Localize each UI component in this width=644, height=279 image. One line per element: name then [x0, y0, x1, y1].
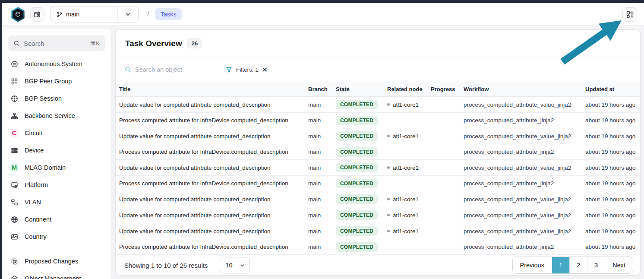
task-title: Process computed attribute for InfraDevi… — [116, 144, 305, 160]
table-row[interactable]: Update value for computed attribute comp… — [116, 191, 640, 207]
pagination-2[interactable]: 2 — [569, 257, 587, 273]
sidebar-item-label: Continent — [25, 216, 51, 223]
card-header: Task Overview 26 — [116, 30, 640, 57]
node-dot-icon — [387, 214, 390, 216]
sidebar-search-placeholder: Search — [24, 40, 86, 47]
task-progress — [427, 128, 460, 144]
sidebar-item-device[interactable]: Device — [2, 142, 111, 159]
table-row[interactable]: Update value for computed attribute comp… — [116, 207, 640, 223]
sidebar-item-object-management[interactable]: Object Management — [2, 270, 111, 279]
related-node-cell: atl1-core1 — [384, 207, 427, 223]
pagination-next[interactable]: Next — [605, 257, 633, 273]
sidebar-search[interactable]: Search ⌘K — [8, 35, 105, 51]
column-header-title: Title — [116, 82, 305, 97]
task-progress — [427, 191, 460, 207]
sidebar-item-circuit[interactable]: CCircuit — [2, 124, 111, 142]
task-branch: main — [305, 223, 332, 239]
autonomous-system-icon — [10, 60, 19, 68]
column-header-branch: Branch — [305, 82, 332, 97]
branch-selector[interactable]: main — [51, 6, 139, 22]
calendar-clock-icon — [34, 11, 41, 18]
task-branch: main — [305, 239, 332, 255]
object-search-input[interactable] — [135, 66, 213, 73]
clear-filters-icon[interactable]: ✕ — [262, 66, 268, 74]
column-header-progress: Progress — [427, 82, 460, 97]
sidebar-item-label: Device — [25, 147, 44, 154]
sidebar-item-label: Autonomous System — [25, 60, 82, 67]
task-progress — [427, 223, 460, 239]
related-node: atl1-core1 — [393, 196, 419, 203]
device-icon — [10, 146, 19, 155]
sidebar-item-bgp-session[interactable]: BGP Session — [2, 90, 111, 107]
sidebar-item-backbone-service[interactable]: Backbone Service — [2, 107, 111, 124]
pagination-3[interactable]: 3 — [587, 257, 605, 273]
card-toolbar: Filters: 1 ✕ — [116, 57, 640, 82]
status-badge: COMPLETED — [336, 163, 378, 172]
task-workflow: process_computed_attribute_jinja2 — [460, 176, 582, 191]
schema-visualizer-button[interactable] — [622, 7, 637, 22]
task-workflow: process_computed_attribute_value_jinja2 — [460, 97, 582, 113]
task-title: Update value for computed attribute comp… — [116, 207, 305, 223]
sidebar-item-proposed-changes[interactable]: Proposed Changes — [2, 253, 111, 270]
table-row[interactable]: Process computed attribute for InfraDevi… — [116, 239, 640, 255]
table-row[interactable]: Update value for computed attribute comp… — [116, 223, 640, 239]
sidebar-item-label: Country — [25, 233, 47, 240]
task-branch: main — [305, 160, 332, 176]
related-node-cell: atl1-core1 — [384, 223, 427, 239]
task-updated-at: about 19 hours ago — [582, 239, 640, 255]
sidebar-item-label: BGP Session — [25, 95, 62, 102]
pagination: Previous123Next — [512, 257, 633, 274]
task-progress — [427, 97, 460, 113]
table-row[interactable]: Process computed attribute for InfraDevi… — [116, 176, 640, 191]
task-title: Update value for computed attribute comp… — [116, 97, 305, 113]
task-state-cell: COMPLETED — [332, 160, 384, 176]
task-branch: main — [305, 97, 332, 113]
table-row[interactable]: Update value for computed attribute comp… — [116, 160, 640, 176]
sidebar-item-mlag-domain[interactable]: MMLAG Domain — [2, 159, 111, 176]
node-dot-icon — [387, 230, 390, 232]
table-row[interactable]: Process computed attribute for InfraDevi… — [116, 113, 640, 128]
task-updated-at: about 19 hours ago — [582, 128, 640, 144]
sidebar-item-continent[interactable]: Continent — [2, 211, 111, 228]
related-node-cell — [384, 176, 427, 191]
task-title: Process computed attribute for InfraDevi… — [116, 239, 305, 255]
sidebar-item-country[interactable]: Country — [2, 228, 111, 245]
sidebar-item-label: MLAG Domain — [25, 164, 66, 171]
task-workflow: process_computed_attribute_jinja2 — [460, 144, 582, 160]
window-frame-left — [0, 0, 2, 279]
infrahub-logo-icon — [10, 6, 26, 22]
sidebar-item-label: VLAN — [25, 199, 41, 206]
page-size-select[interactable]: 10 — [219, 257, 250, 273]
breadcrumb-tasks[interactable]: Tasks — [155, 8, 182, 20]
task-state-cell: COMPLETED — [332, 97, 384, 113]
related-node: atl1-core1 — [393, 228, 419, 235]
vlan-icon — [10, 198, 19, 206]
task-state-cell: COMPLETED — [332, 113, 384, 128]
window-frame-top — [0, 0, 644, 3]
sidebar-item-autonomous-system[interactable]: Autonomous System — [2, 55, 111, 73]
task-title: Update value for computed attribute comp… — [116, 128, 305, 144]
column-header-state: State — [332, 82, 384, 97]
sidebar-item-vlan[interactable]: VLAN — [2, 193, 111, 211]
task-updated-at: about 19 hours ago — [582, 160, 640, 176]
related-node: atl1-core1 — [393, 212, 419, 219]
status-badge: COMPLETED — [336, 194, 378, 204]
pagination-previous[interactable]: Previous — [513, 257, 552, 273]
page-title: Task Overview — [125, 39, 182, 48]
pagination-1[interactable]: 1 — [552, 257, 569, 273]
task-branch: main — [305, 144, 332, 160]
task-branch: main — [305, 176, 332, 191]
task-title: Update value for computed attribute comp… — [116, 160, 305, 176]
sidebar-item-label: Backbone Service — [25, 112, 75, 119]
filters-button[interactable]: Filters: 1 — [226, 67, 259, 73]
sidebar-item-bgp-peer-group[interactable]: BGP Peer Group — [2, 73, 111, 90]
task-title: Process computed attribute for InfraDevi… — [116, 113, 305, 128]
time-travel-button[interactable] — [30, 7, 44, 22]
task-state-cell: COMPLETED — [332, 239, 384, 255]
branch-dropdown-toggle[interactable] — [117, 6, 138, 22]
table-row[interactable]: Update value for computed attribute comp… — [116, 128, 640, 144]
table-row[interactable]: Update value for computed attribute comp… — [116, 97, 640, 113]
status-badge: COMPLETED — [336, 131, 378, 141]
table-row[interactable]: Process computed attribute for InfraDevi… — [116, 144, 640, 160]
sidebar-item-platform[interactable]: Platform — [2, 176, 111, 193]
